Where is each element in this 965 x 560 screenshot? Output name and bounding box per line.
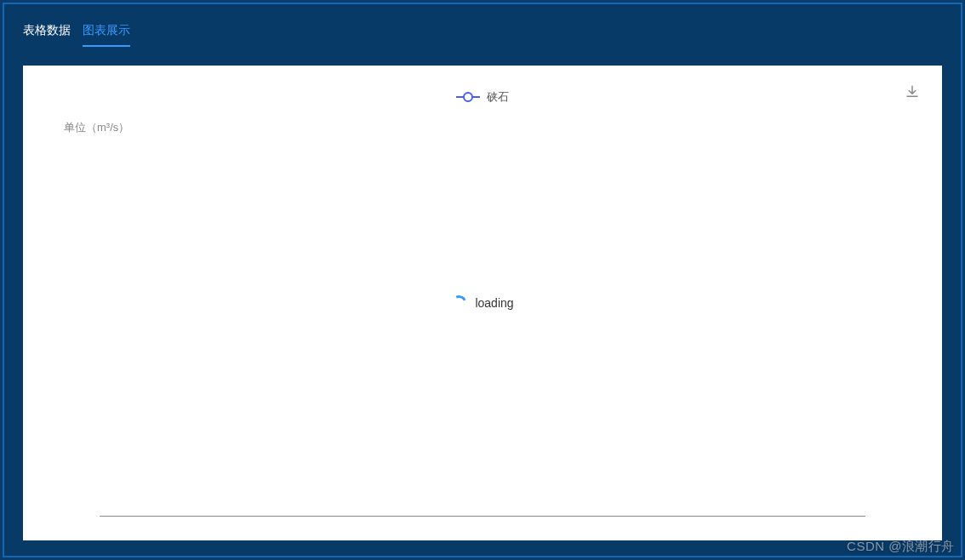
spinner-icon xyxy=(449,293,469,312)
watermark-text: CSDN @浪潮行舟 xyxy=(847,539,955,555)
tab-bar: 表格数据 图表展示 xyxy=(23,20,942,47)
loading-text: loading xyxy=(475,296,513,310)
chart-panel: 硖石 单位（m³/s） loading xyxy=(23,66,942,540)
loading-indicator: loading xyxy=(451,295,513,311)
app-frame: 表格数据 图表展示 硖石 单位（m³/s） loading xyxy=(3,3,962,557)
tab-chart-display[interactable]: 图表展示 xyxy=(83,20,130,47)
legend-series-label[interactable]: 硖石 xyxy=(487,89,509,105)
chart-legend: 硖石 xyxy=(47,89,918,105)
y-axis-unit-label: 单位（m³/s） xyxy=(64,120,918,135)
svg-point-1 xyxy=(464,93,472,101)
x-axis-line xyxy=(100,516,865,517)
legend-marker-icon xyxy=(456,92,480,102)
download-icon xyxy=(905,84,920,100)
tab-table-data[interactable]: 表格数据 xyxy=(23,20,71,47)
download-button[interactable] xyxy=(905,84,920,103)
